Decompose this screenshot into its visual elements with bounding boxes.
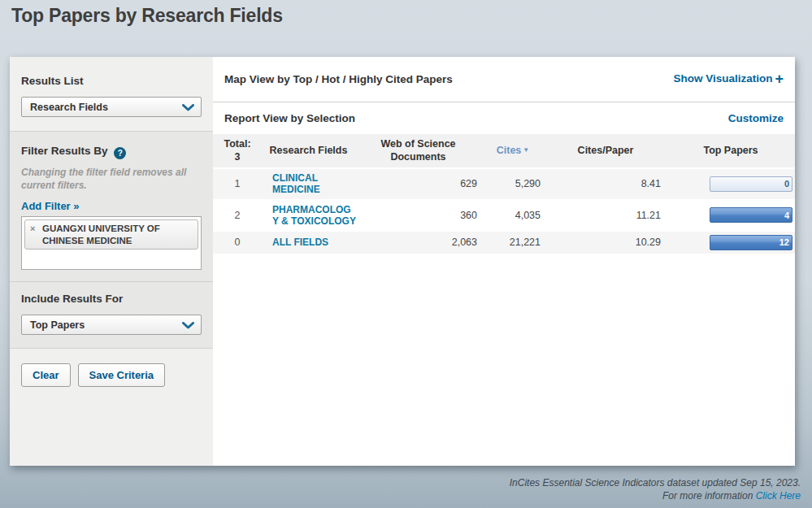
add-filter-link[interactable]: Add Filter » [21, 200, 80, 212]
sidebar-actions: Clear Save Criteria [10, 348, 213, 466]
filter-note: Changing the filter field removes all cu… [21, 167, 202, 192]
filter-tag-label: GUANGXI UNIVERSITY OF CHINESE MEDICINE [42, 223, 194, 246]
click-here-link[interactable]: Click Here [756, 490, 801, 501]
research-field-link[interactable]: CLINICALMEDICINE [272, 172, 352, 195]
total-count-header: Total: 3 [213, 134, 262, 168]
customize-link[interactable]: Customize [728, 112, 784, 124]
report-view-title: Report View by Selection [224, 112, 355, 124]
results-list-dropdown[interactable]: Research Fields [21, 97, 202, 117]
cites-value: 4,035 [481, 200, 545, 231]
cites-value: 5,290 [481, 168, 545, 199]
column-header-cites[interactable]: Cites▼ [481, 134, 545, 168]
map-view-header: Map View by Top / Hot / Highly Cited Pap… [213, 57, 795, 102]
column-header-cites-per-paper[interactable]: Cites/Paper [545, 134, 667, 168]
total-label: Total: [216, 138, 258, 151]
wos-documents-value: 360 [355, 200, 481, 231]
wos-documents-value: 2,063 [355, 231, 481, 254]
sidebar: Results List Research Fields Filter Resu… [10, 57, 213, 466]
main-content: Map View by Top / Hot / Highly Cited Pap… [213, 57, 795, 466]
top-papers-bar: 0 [710, 176, 792, 192]
results-list-section: Results List Research Fields [10, 57, 213, 131]
top-papers-bar: 12 [710, 235, 792, 250]
top-papers-value: 4 [784, 211, 789, 220]
clear-button[interactable]: Clear [21, 363, 71, 387]
filter-heading: Filter Results By [21, 145, 108, 157]
filter-section: Filter Results By ? Changing the filter … [10, 131, 213, 281]
field-name-line: MEDICINE [272, 184, 352, 195]
remove-filter-icon[interactable]: × [30, 224, 35, 233]
footer-more-info-text: For more information [662, 490, 756, 501]
help-icon[interactable]: ? [114, 147, 126, 159]
table-row: 1 CLINICALMEDICINE 629 5,290 8.41 0 [213, 168, 795, 199]
top-papers-value: 12 [779, 237, 789, 247]
page-footer: InCites Essential Science Indicators dat… [510, 476, 801, 502]
include-results-section: Include Results For Top Papers [10, 281, 213, 348]
field-name-line: Y & TOXICOLOGY [272, 215, 352, 227]
total-count: 3 [216, 151, 258, 164]
sort-arrow-icon: ▼ [523, 146, 529, 154]
column-header-top-papers[interactable]: Top Papers [667, 134, 795, 168]
wos-documents-value: 629 [355, 168, 481, 199]
row-rank: 0 [213, 231, 262, 254]
filter-heading-row: Filter Results By ? [21, 145, 202, 159]
results-list-selected-value: Research Fields [30, 102, 108, 113]
plus-icon: + [775, 71, 784, 87]
page-title: Top Papers by Research Fields [0, 0, 812, 27]
table-row: 2 PHARMACOLOGY & TOXICOLOGY 360 4,035 11… [213, 200, 795, 231]
filter-tags-box: × GUANGXI UNIVERSITY OF CHINESE MEDICINE [21, 216, 202, 270]
top-papers-bar: 4 [710, 207, 792, 223]
table-header-row: Total: 3 Research Fields Web of Science … [213, 134, 795, 168]
field-name-line: CLINICAL [272, 172, 352, 184]
cites-per-paper-value: 10.29 [545, 231, 667, 254]
results-list-label: Results List [21, 75, 202, 87]
row-rank: 1 [213, 168, 262, 199]
field-name-line: PHARMACOLOG [272, 204, 352, 215]
table-row: 0 ALL FIELDS 2,063 21,221 10.29 12 [213, 231, 795, 254]
row-rank: 2 [213, 200, 262, 231]
research-field-link[interactable]: ALL FIELDS [272, 237, 352, 248]
show-visualization-link[interactable]: Show Visualization+ [673, 71, 784, 88]
report-table: Total: 3 Research Fields Web of Science … [213, 134, 795, 254]
map-view-title: Map View by Top / Hot / Highly Cited Pap… [224, 73, 453, 85]
field-name-line: ALL FIELDS [272, 237, 352, 248]
chevron-down-icon [182, 318, 194, 332]
content-panel: Results List Research Fields Filter Resu… [10, 57, 795, 466]
show-visualization-label: Show Visualization [673, 72, 772, 85]
cites-value: 21,221 [481, 231, 545, 254]
column-header-research-fields[interactable]: Research Fields [262, 134, 355, 168]
include-results-dropdown[interactable]: Top Papers [21, 315, 202, 335]
filter-tag[interactable]: × GUANGXI UNIVERSITY OF CHINESE MEDICINE [24, 219, 198, 250]
chevron-down-icon [182, 100, 194, 115]
include-results-label: Include Results For [21, 293, 202, 305]
column-header-wos-documents[interactable]: Web of Science Documents [355, 134, 481, 168]
save-criteria-button[interactable]: Save Criteria [78, 363, 166, 387]
cites-header-label: Cites [497, 145, 522, 156]
footer-more-info: For more information Click Here [510, 489, 801, 502]
research-field-link[interactable]: PHARMACOLOGY & TOXICOLOGY [272, 204, 352, 227]
cites-per-paper-value: 8.41 [545, 168, 667, 199]
footer-dataset-info: InCites Essential Science Indicators dat… [510, 476, 801, 489]
cites-per-paper-value: 11.21 [545, 200, 667, 231]
include-results-selected-value: Top Papers [30, 319, 85, 331]
top-papers-value: 0 [784, 179, 789, 189]
report-view-header: Report View by Selection Customize [213, 102, 795, 134]
